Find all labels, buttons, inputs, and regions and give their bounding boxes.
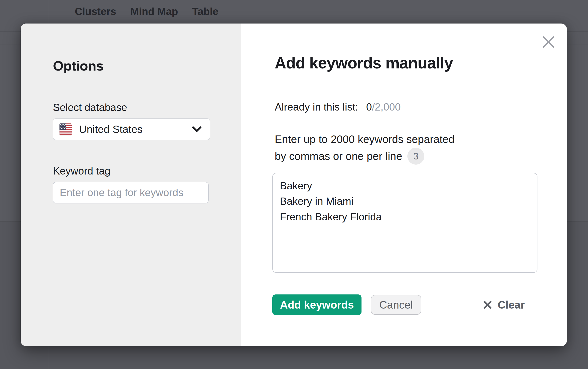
already-in-list-line: Already in this list: 0/2,000 — [275, 101, 401, 113]
database-selected-value: United States — [79, 123, 192, 135]
add-keywords-modal: Options Select database Un — [21, 23, 567, 346]
dialog-title: Add keywords manually — [275, 54, 453, 72]
view-tabs: Clusters Mind Map Table — [75, 0, 218, 23]
keywords-textarea[interactable]: Bakery Bakery in Miami French Bakery Flo… — [272, 173, 537, 273]
close-button[interactable] — [542, 35, 555, 49]
already-count: 0 — [366, 101, 372, 113]
cancel-button[interactable]: Cancel — [371, 295, 421, 315]
add-keywords-button[interactable]: Add keywords — [272, 295, 361, 315]
already-label: Already in this list: — [275, 101, 358, 113]
keyword-count-badge: 3 — [407, 148, 424, 165]
tab-mind-map[interactable]: Mind Map — [130, 6, 178, 17]
close-icon — [542, 35, 555, 49]
tab-clusters[interactable]: Clusters — [75, 6, 116, 17]
database-select[interactable]: United States — [53, 118, 210, 140]
keyword-tag-label: Keyword tag — [53, 165, 111, 177]
tab-table[interactable]: Table — [192, 6, 218, 17]
keywords-instruction: Enter up to 2000 keywords separated by c… — [275, 131, 455, 165]
clear-label: Clear — [498, 298, 525, 311]
us-flag-icon — [60, 123, 72, 135]
select-database-label: Select database — [53, 102, 127, 113]
keyword-tag-input[interactable] — [53, 182, 209, 204]
clear-x-icon — [483, 300, 492, 309]
options-title: Options — [53, 58, 104, 74]
already-limit: /2,000 — [372, 101, 401, 113]
instruction-line2: by commas or one per line — [275, 150, 402, 162]
chevron-down-icon — [192, 126, 202, 133]
options-panel: Options Select database Un — [21, 23, 241, 346]
instruction-line1: Enter up to 2000 keywords separated — [275, 133, 455, 145]
clear-button[interactable]: Clear — [483, 295, 525, 315]
